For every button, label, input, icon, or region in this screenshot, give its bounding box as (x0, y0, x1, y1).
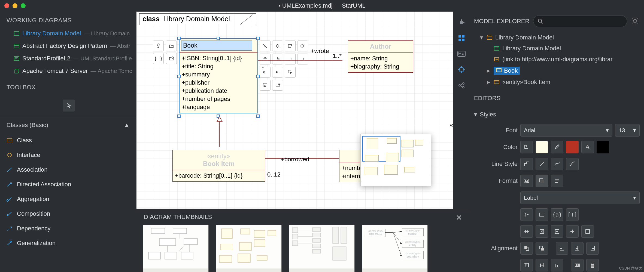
assoc-mult-012[interactable]: 0..12 (267, 171, 281, 178)
classes-basic-group[interactable]: Classes (Basic) ▲ (0, 117, 136, 133)
resize-handle[interactable] (177, 115, 181, 118)
assoc-mult-1star[interactable]: 1..* (333, 52, 342, 60)
pointer-tool[interactable] (63, 100, 75, 112)
extensions-button[interactable] (457, 17, 466, 27)
align-bottom-button[interactable] (551, 259, 563, 271)
styles-section[interactable]: ▾Styles (474, 109, 640, 122)
fill-tool-button[interactable] (520, 141, 533, 153)
suppress-op-button[interactable] (536, 225, 548, 238)
qe-part-button[interactable] (260, 80, 271, 91)
dist-horiz-button[interactable] (571, 259, 584, 271)
attr-row[interactable]: +language (182, 103, 255, 111)
align-top-button[interactable] (520, 259, 533, 271)
stereotype-display-select[interactable]: Label▾ (520, 191, 640, 204)
resize-handle[interactable] (256, 115, 260, 118)
resize-handle[interactable] (177, 37, 181, 40)
word-wrap-button[interactable] (551, 175, 563, 187)
class-book-item[interactable]: «entity» Book Item +barcode: String[0..1… (172, 150, 265, 182)
tree-item[interactable]: ▾Library Domain Model (478, 32, 641, 43)
attr-row[interactable]: +biography: String (350, 63, 411, 71)
working-diagram-item[interactable]: StandardProfileL2 — UMLStandardProfile (0, 52, 136, 65)
explorer-search[interactable] (533, 15, 627, 27)
qe-visibility-button[interactable] (260, 41, 271, 51)
thumbnail-item[interactable]: StandardProfileL2 (289, 225, 355, 272)
tree-item[interactable]: (link to http://www.uml-diagrams.org/lib… (478, 54, 641, 65)
close-icon[interactable]: ✕ (456, 214, 462, 222)
resize-handle[interactable] (256, 75, 260, 78)
tool-aggregation[interactable]: Aggregation (0, 192, 136, 206)
attr-row[interactable]: +publisher (182, 79, 255, 87)
tool-association[interactable]: Association (0, 162, 136, 177)
attr-row[interactable]: +publication date (182, 87, 255, 95)
search-input[interactable] (545, 18, 622, 24)
working-diagram-item[interactable]: Apache Tomcat 7 Server — Apache Tomc (0, 65, 136, 77)
show-property-button[interactable]: {a} (551, 208, 563, 221)
align-middle-button[interactable] (536, 259, 548, 271)
suppress-all-button[interactable] (581, 225, 594, 238)
show-shadow-button[interactable] (536, 175, 548, 187)
close-window-button[interactable] (4, 3, 9, 8)
dist-vert-button[interactable] (586, 259, 599, 271)
attr-row[interactable]: +barcode: String[0..1] {id} (175, 172, 263, 180)
fill-color-swatch[interactable] (536, 141, 548, 153)
text-color-swatch[interactable] (597, 141, 609, 153)
assoc-mult-star[interactable]: * (262, 65, 264, 72)
send-back-button[interactable] (536, 242, 548, 255)
markdown-button[interactable] (457, 49, 466, 59)
resize-handle[interactable] (177, 75, 181, 78)
tool-dependency[interactable]: Dependency (0, 221, 136, 236)
class-name-edit[interactable] (181, 41, 252, 51)
minimap[interactable] (360, 134, 431, 186)
show-namespace-button[interactable] (536, 208, 548, 221)
align-right-button[interactable] (586, 242, 599, 255)
class-book[interactable]: +ISBN: String[0..1] {id} +title: String … (179, 38, 258, 113)
qe-comp-button[interactable] (272, 67, 283, 78)
tool-composition[interactable]: Composition (0, 206, 136, 221)
grid-view-button[interactable] (457, 33, 466, 43)
line-oblique-button[interactable] (536, 158, 548, 170)
zoom-window-button[interactable] (21, 3, 26, 8)
attr-row[interactable]: +title: String (182, 62, 255, 70)
assoc-role-borrowed[interactable]: +borrowed (281, 156, 309, 163)
attr-row[interactable]: +number of pages (182, 95, 255, 103)
show-visibility-button[interactable] (520, 208, 533, 221)
qe-add-attr-button[interactable] (285, 41, 296, 51)
settings-button[interactable] (631, 17, 640, 26)
qe-template-button[interactable] (272, 80, 283, 91)
generalization-line[interactable] (215, 117, 226, 147)
auto-size-button[interactable] (520, 175, 533, 187)
suppress-lit-button[interactable] (566, 225, 579, 238)
font-size-select[interactable]: 13▾ (615, 124, 640, 137)
target-button[interactable] (457, 65, 466, 75)
line-rectilinear-button[interactable] (520, 158, 533, 170)
tool-directed-association[interactable]: Directed Association (0, 177, 136, 192)
thumbnail-item[interactable]: «metaClass» UMLClass «stereotype» contro… (362, 225, 428, 272)
attr-row[interactable]: +summary (182, 70, 255, 79)
share-button[interactable] (457, 81, 466, 90)
tool-class[interactable]: Class (0, 133, 136, 148)
qe-constraint-button[interactable]: { } (153, 53, 164, 64)
align-left-button[interactable] (556, 242, 568, 255)
resize-handle[interactable] (256, 37, 260, 40)
text-tool-button[interactable]: A (581, 141, 594, 153)
assoc-role-wrote[interactable]: +wrote (311, 48, 329, 55)
tree-item-selected[interactable]: ▸Book (478, 65, 641, 77)
tool-generalization[interactable]: Generalization (0, 236, 136, 251)
thumbnail-item[interactable]: Abstract Factory Design (143, 225, 209, 272)
align-center-button[interactable] (571, 242, 584, 255)
diagram-canvas[interactable]: class Library Domain Model { } +ISBN: St… (136, 11, 453, 209)
working-diagram-item[interactable]: Library Domain Model — Library Domain (0, 27, 136, 40)
qe-add-sub-button[interactable] (153, 41, 164, 51)
bring-front-button[interactable] (520, 242, 533, 255)
qe-agg-button[interactable] (260, 67, 271, 78)
thumbnail-item[interactable]: Library Domain Model (216, 225, 282, 272)
qe-add-op-button[interactable] (297, 41, 308, 51)
suppress-attr-button[interactable] (520, 225, 533, 238)
resize-handle[interactable] (217, 37, 220, 40)
pen-tool-button[interactable] (551, 141, 563, 153)
tool-interface[interactable]: Interface (0, 148, 136, 162)
working-diagram-item[interactable]: Abstract Factory Design Pattern — Abstr (0, 40, 136, 52)
qe-browse-button[interactable] (166, 41, 177, 51)
tree-item[interactable]: ▸«entity»Book Item (478, 77, 641, 88)
class-author[interactable]: Author +name: String +biography: String (348, 40, 413, 73)
